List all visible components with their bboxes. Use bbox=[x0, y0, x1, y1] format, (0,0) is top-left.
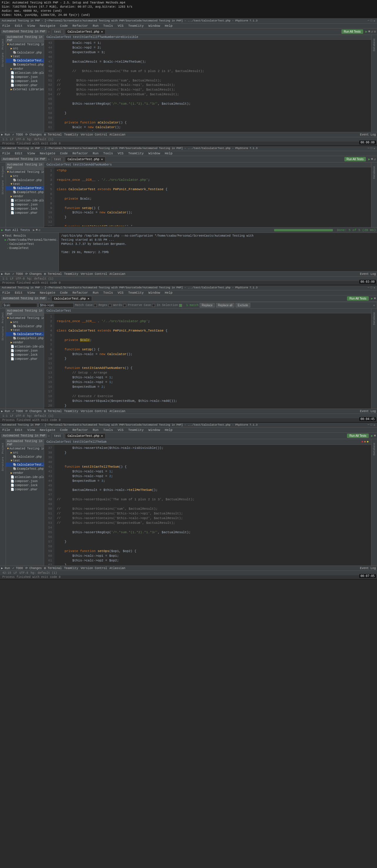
menu-vcs-2[interactable]: VCS bbox=[116, 151, 125, 155]
tab-calculator-4[interactable]: CalculatorTest.php ✕ bbox=[65, 433, 106, 438]
menu-tools-3[interactable]: Tools bbox=[102, 291, 114, 295]
run-icon-4[interactable]: ▶ bbox=[371, 434, 373, 438]
menu-teamcity-3[interactable]: TeamCity bbox=[127, 291, 145, 295]
atlassian-btn-1[interactable]: Atlassian bbox=[109, 133, 125, 136]
tree-vendor-4[interactable]: ▶ vendor bbox=[6, 471, 44, 475]
menu-window-3[interactable]: Window bbox=[147, 291, 162, 295]
tree-example-test-1[interactable]: 🐘 ExampleTest.php bbox=[6, 63, 44, 67]
menu-help-2[interactable]: Help bbox=[164, 151, 174, 155]
teamcity-btn-3[interactable]: TeamCity bbox=[64, 410, 78, 413]
maximize-btn-3[interactable]: □ bbox=[371, 286, 372, 289]
run-all-btn-2[interactable]: Run All Tests bbox=[344, 157, 366, 161]
tree-vendor-1[interactable]: ▶ vendor bbox=[6, 67, 44, 71]
tree-clock-2[interactable]: 📄 composer.lock bbox=[6, 207, 44, 211]
run-results-2[interactable]: ▼ Test Results bbox=[1, 234, 57, 238]
code-content-1[interactable]: $calc->op1 = 1; $calc->op2 = 2; $expecte… bbox=[54, 40, 371, 131]
tree-external-libs-1[interactable]: ▶ External Libraries bbox=[6, 87, 44, 91]
menu-teamcity-1[interactable]: TeamCity bbox=[127, 24, 145, 28]
tree-test-4[interactable]: ▼ test bbox=[6, 459, 44, 463]
tree-calc-3[interactable]: 🐘 Calculator.php bbox=[6, 324, 44, 328]
teamcity-btn-2[interactable]: TeamCity bbox=[64, 273, 78, 276]
changes-btn-4[interactable]: ⟳ Changes bbox=[25, 566, 42, 570]
run-panel-play-2[interactable]: ▶ bbox=[33, 228, 35, 232]
menu-run-2[interactable]: Run bbox=[91, 151, 100, 155]
code-content-4[interactable]: $this->assertFalse($this->calc->isDivisi… bbox=[54, 445, 371, 565]
menu-window-4[interactable]: Window bbox=[147, 428, 162, 432]
tree-cjson-2[interactable]: 📄 composer.json bbox=[6, 203, 44, 207]
menu-help-1[interactable]: Help bbox=[164, 24, 174, 28]
maximize-btn-2[interactable]: □ bbox=[371, 147, 372, 150]
menu-file-2[interactable]: File bbox=[1, 151, 11, 155]
exclude-btn-3[interactable]: Exclude bbox=[236, 303, 250, 307]
event-log-btn-4[interactable]: Event Log bbox=[360, 567, 376, 570]
vcs-btn-4[interactable]: Version Control bbox=[81, 567, 107, 570]
code-area-3[interactable]: 1234567891011121314151617181920212223242… bbox=[44, 313, 371, 407]
project-side-tab-3[interactable]: Project bbox=[1, 311, 5, 324]
run-calctest-2[interactable]: ✓ CalculatorTest bbox=[1, 242, 57, 246]
run-bottom-btn-1[interactable]: ▶ Run bbox=[1, 133, 10, 136]
menu-help-3[interactable]: Help bbox=[164, 291, 174, 295]
menu-file-1[interactable]: File bbox=[1, 24, 11, 28]
menu-navigate-2[interactable]: Navigate bbox=[38, 151, 56, 155]
tree-calctest-4[interactable]: 🐘 CalculatorTest.php bbox=[6, 463, 44, 467]
tree-cphar-2[interactable]: 📄 composer.phar bbox=[6, 211, 44, 215]
minimize-btn-2[interactable]: ─ bbox=[368, 147, 369, 150]
tab-test-4[interactable]: test bbox=[52, 434, 64, 438]
structure-side-tab-2[interactable]: Structure bbox=[1, 179, 5, 196]
project-side-tab-2[interactable]: Project bbox=[1, 165, 5, 179]
terminal-btn-4[interactable]: ⊞ Terminal bbox=[44, 566, 62, 570]
replace-all-btn-3[interactable]: Replace all bbox=[216, 303, 234, 307]
search-close-btn-3[interactable]: ✕ bbox=[373, 304, 375, 307]
tree-calculator-php-1[interactable]: 🐘 Calculator.php bbox=[6, 51, 44, 55]
menu-run-4[interactable]: Run bbox=[91, 428, 100, 432]
menu-code-1[interactable]: Code bbox=[59, 24, 69, 28]
menu-vcs-4[interactable]: VCS bbox=[116, 428, 125, 432]
menu-view-3[interactable]: View bbox=[26, 291, 36, 295]
close-btn-3[interactable]: ✕ bbox=[374, 286, 375, 289]
run-icon-3[interactable]: ▶ bbox=[371, 297, 373, 301]
tree-root-4[interactable]: ▼ Automated Testing in PHP bbox=[6, 447, 44, 451]
rerun-icon-2[interactable]: ↺ bbox=[374, 157, 376, 161]
project-side-tab-1[interactable]: Project bbox=[1, 37, 5, 51]
terminal-btn-1[interactable]: ⊞ Terminal bbox=[44, 133, 62, 136]
menu-window-2[interactable]: Window bbox=[147, 151, 162, 155]
menu-refactor-2[interactable]: Refactor bbox=[71, 151, 89, 155]
menu-code-3[interactable]: Code bbox=[59, 291, 69, 295]
menu-edit-1[interactable]: Edit bbox=[13, 24, 24, 28]
run-all-btn-3[interactable]: Run All Tests bbox=[347, 296, 369, 301]
tree-extest-2[interactable]: 🐘 ExampleTest.php bbox=[6, 190, 44, 194]
tree-calctest-2[interactable]: 🐘 CalculatorTest.php bbox=[6, 186, 44, 190]
run-all-btn-1[interactable]: Run All Tests bbox=[341, 29, 363, 34]
tree-root-2[interactable]: ▼ Automated Testing in PHP bbox=[6, 170, 44, 174]
tab-test-1[interactable]: test bbox=[52, 29, 64, 34]
regex-checkbox-3[interactable] bbox=[109, 304, 112, 307]
stop-icon-1[interactable]: ■ bbox=[368, 30, 370, 33]
event-log-btn-1[interactable]: Event Log bbox=[360, 133, 376, 136]
tree-root-3[interactable]: ▼ Automated Testing in PHP bbox=[6, 316, 44, 320]
changes-btn-3[interactable]: ⟳ Changes bbox=[25, 409, 42, 413]
atlassian-btn-3[interactable]: Atlassian bbox=[109, 410, 125, 413]
close-btn-1[interactable]: ✕ bbox=[374, 19, 375, 23]
tree-extest-4[interactable]: 🐘 ExampleTest.php bbox=[6, 467, 44, 471]
project-side-tab-4[interactable]: Project bbox=[1, 441, 5, 455]
menu-run-3[interactable]: Run bbox=[91, 291, 100, 295]
todo-btn-4[interactable]: ✓ TODO bbox=[12, 566, 23, 570]
menu-edit-2[interactable]: Edit bbox=[13, 151, 24, 155]
todo-btn-1[interactable]: ✓ TODO bbox=[12, 133, 23, 136]
menu-navigate-4[interactable]: Navigate bbox=[38, 428, 56, 432]
tree-composer-lock-1[interactable]: 📄 composer.lock bbox=[6, 79, 44, 83]
menu-teamcity-2[interactable]: TeamCity bbox=[127, 151, 145, 155]
words-checkbox-3[interactable] bbox=[123, 304, 126, 307]
menu-tools-4[interactable]: Tools bbox=[102, 428, 114, 432]
stop-icon-3[interactable]: ■ bbox=[374, 297, 376, 301]
menu-tools-1[interactable]: Tools bbox=[102, 24, 114, 28]
structure-side-tab-4[interactable]: Structure bbox=[1, 456, 5, 472]
run-icon-1[interactable]: ▶ bbox=[366, 30, 368, 33]
database-side-tab-3[interactable]: Database bbox=[372, 311, 376, 326]
stop-icon-2[interactable]: ■ bbox=[371, 157, 373, 161]
menu-code-2[interactable]: Code bbox=[59, 151, 69, 155]
menu-edit-3[interactable]: Edit bbox=[13, 291, 24, 295]
tree-cjson-4[interactable]: 📄 composer.json bbox=[6, 479, 44, 483]
run-bottom-btn-4[interactable]: ▶ Run bbox=[1, 566, 10, 570]
menu-view-4[interactable]: View bbox=[26, 428, 36, 432]
